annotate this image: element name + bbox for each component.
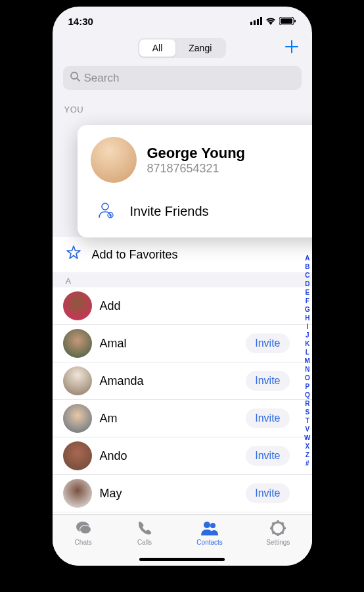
invite-friends-label: Invite Friends (130, 204, 209, 219)
alpha-letter[interactable]: I (304, 322, 310, 331)
list-item[interactable]: Amal Invite (53, 325, 312, 362)
svg-point-15 (210, 523, 216, 528)
tab-label: Chats (75, 539, 92, 546)
alpha-letter[interactable]: Z (304, 451, 310, 459)
alpha-letter[interactable]: F (304, 297, 310, 305)
invite-button[interactable]: Invite (246, 408, 289, 428)
alpha-letter[interactable]: P (304, 382, 310, 391)
svg-point-17 (276, 526, 280, 530)
alpha-letter[interactable]: G (304, 305, 310, 314)
alpha-letter[interactable]: E (304, 288, 310, 297)
alpha-letter[interactable]: C (304, 271, 310, 280)
svg-point-13 (80, 526, 91, 533)
contact-name: Ando (100, 449, 239, 463)
add-button[interactable] (284, 37, 299, 59)
invite-button[interactable]: Invite (246, 371, 289, 391)
svg-rect-5 (281, 18, 292, 24)
status-time: 14:30 (68, 16, 93, 27)
alpha-index[interactable]: ABCDEFGHIJKLMNOPQRSTVWXZ# (304, 254, 310, 468)
tab-settings[interactable]: Settings (266, 519, 290, 566)
invite-friends-button[interactable]: Invite Friends (78, 192, 312, 237)
tab-chats[interactable]: Chats (74, 519, 93, 566)
svg-line-22 (273, 523, 275, 525)
svg-line-24 (282, 523, 284, 525)
list-item[interactable]: Am Invite (53, 400, 312, 437)
alpha-letter[interactable]: R (304, 399, 310, 408)
search-input[interactable]: Search (63, 66, 302, 90)
phone-screen: 14:30 All Zangi Search (53, 7, 312, 566)
status-bar: 14:30 (53, 7, 312, 36)
search-icon (70, 71, 80, 85)
wifi-icon (265, 16, 276, 27)
alpha-letter[interactable]: N (304, 365, 310, 374)
profile-popover: George Young 87187654321 i Invite Friend… (78, 125, 312, 237)
alpha-letter[interactable]: S (304, 408, 310, 416)
home-indicator[interactable] (139, 558, 225, 561)
avatar (63, 479, 92, 508)
invite-button[interactable]: Invite (246, 446, 289, 466)
tab-all[interactable]: All (139, 39, 176, 57)
status-icons (250, 16, 296, 27)
list-item[interactable]: Amanda Invite (53, 362, 312, 400)
alpha-letter[interactable]: T (304, 416, 310, 425)
chat-icon (74, 519, 93, 537)
avatar (63, 366, 92, 395)
avatar (63, 329, 92, 358)
alpha-letter[interactable]: # (304, 459, 310, 468)
svg-rect-2 (257, 19, 259, 25)
invite-button[interactable]: Invite (246, 333, 289, 353)
avatar (63, 441, 92, 470)
gear-icon (269, 519, 286, 537)
favorites-label: Add to Favorites (92, 248, 178, 262)
svg-line-25 (273, 532, 275, 534)
section-you: YOU (53, 97, 312, 118)
alpha-letter[interactable]: B (304, 262, 310, 271)
contact-name: Amal (100, 337, 239, 351)
tab-zangi[interactable]: Zangi (175, 39, 225, 57)
list-item[interactable]: Add (53, 287, 312, 325)
signal-icon (250, 16, 262, 27)
svg-point-9 (102, 203, 108, 210)
alpha-letter[interactable]: J (304, 331, 310, 339)
contact-name: Amanda (100, 374, 239, 388)
alpha-letter[interactable]: Q (304, 391, 310, 399)
header: All Zangi (53, 36, 312, 63)
alpha-letter[interactable]: K (304, 339, 310, 348)
tab-label: Contacts (196, 539, 222, 546)
alpha-letter[interactable]: V (304, 425, 310, 433)
profile-name: George Young (147, 145, 312, 162)
alpha-letter[interactable]: X (304, 442, 310, 451)
alpha-letter[interactable]: D (304, 280, 310, 288)
add-to-favorites-button[interactable]: Add to Favorites (53, 237, 312, 272)
svg-rect-3 (260, 17, 262, 25)
segmented-control[interactable]: All Zangi (138, 38, 227, 58)
alpha-letter[interactable]: M (304, 357, 310, 365)
alpha-letter[interactable]: L (304, 348, 310, 357)
profile-info: George Young 87187654321 (147, 145, 312, 176)
star-icon (66, 245, 81, 264)
svg-rect-0 (250, 22, 252, 25)
profile-row[interactable]: George Young 87187654321 i (78, 125, 312, 192)
profile-phone: 87187654321 (147, 162, 312, 176)
person-add-icon (96, 200, 116, 223)
tab-label: Settings (266, 539, 290, 546)
avatar (91, 137, 137, 183)
svg-rect-1 (254, 20, 256, 25)
letter-section-a: A (53, 272, 312, 287)
invite-button[interactable]: Invite (246, 483, 289, 503)
search-placeholder: Search (84, 72, 120, 85)
contact-name: May (100, 487, 239, 501)
alpha-letter[interactable]: W (304, 433, 310, 442)
svg-rect-6 (294, 20, 296, 22)
search-wrap: Search (53, 63, 312, 97)
alpha-letter[interactable]: A (304, 254, 310, 262)
contacts-icon (200, 519, 219, 537)
alpha-letter[interactable]: H (304, 314, 310, 322)
avatar (63, 404, 92, 433)
list-item[interactable]: May Invite (53, 475, 312, 512)
alpha-letter[interactable]: O (304, 374, 310, 382)
list-item[interactable]: Ando Invite (53, 437, 312, 475)
contact-name: Add (100, 299, 302, 313)
phone-icon (136, 519, 153, 537)
svg-line-23 (282, 532, 284, 534)
